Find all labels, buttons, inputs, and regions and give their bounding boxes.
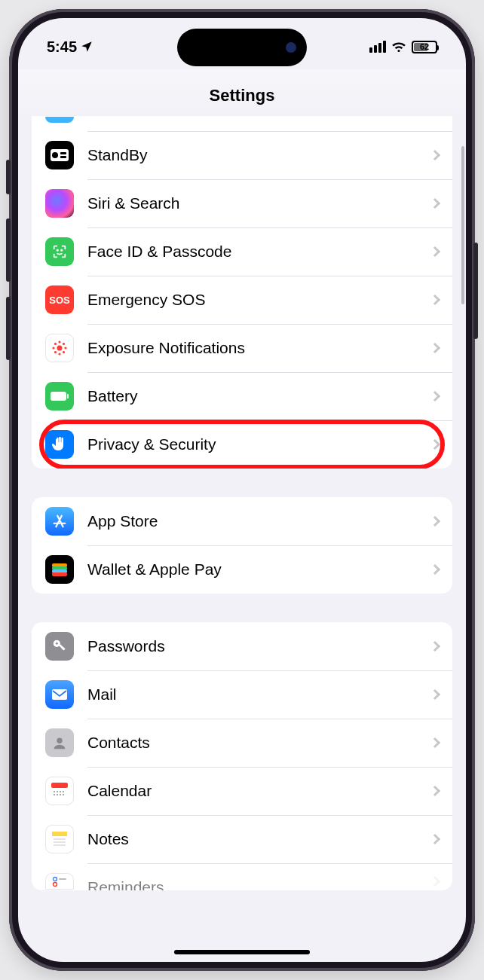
svg-point-4 — [57, 249, 58, 250]
chevron-right-icon — [430, 150, 440, 160]
power-button — [473, 243, 478, 339]
settings-row-appstore[interactable]: App Store — [32, 497, 452, 545]
chevron-right-icon — [430, 391, 440, 401]
settings-row-notes[interactable]: Notes — [32, 815, 452, 863]
row-label: Mail — [87, 685, 418, 704]
svg-point-34 — [60, 794, 61, 795]
svg-point-31 — [63, 791, 64, 792]
settings-row-partial[interactable] — [32, 116, 452, 131]
row-label: Siri & Search — [87, 194, 418, 212]
mail-icon — [45, 680, 74, 709]
chevron-right-icon — [430, 246, 440, 257]
svg-point-42 — [54, 883, 57, 887]
svg-point-11 — [55, 343, 57, 345]
privacy-hand-icon — [45, 430, 74, 459]
svg-rect-25 — [52, 689, 67, 700]
settings-row-passwords[interactable]: Passwords — [32, 622, 452, 670]
key-icon — [45, 632, 74, 661]
battery-level: 62 — [420, 42, 429, 51]
scrollbar[interactable] — [461, 146, 464, 304]
svg-point-35 — [63, 794, 64, 795]
location-icon — [80, 40, 93, 53]
siri-icon — [45, 189, 74, 218]
row-label: Calendar — [87, 782, 418, 800]
dynamic-island — [177, 29, 307, 66]
settings-row-battery[interactable]: Battery — [32, 372, 452, 420]
svg-rect-3 — [60, 156, 66, 158]
battery-icon: 62 — [412, 41, 437, 53]
row-label: Battery — [87, 387, 418, 405]
battery-icon — [45, 382, 74, 411]
row-label: Contacts — [87, 734, 418, 752]
volume-down-button — [6, 297, 11, 360]
settings-row-faceid[interactable]: Face ID & Passcode — [32, 227, 452, 276]
notes-icon — [45, 825, 74, 853]
cellular-signal-icon — [369, 41, 386, 53]
settings-row-privacy[interactable]: Privacy & Security — [32, 420, 452, 469]
chevron-right-icon — [430, 689, 440, 700]
svg-point-29 — [57, 791, 58, 792]
svg-point-40 — [54, 878, 57, 881]
row-label: Passwords — [87, 637, 418, 655]
row-label: App Store — [87, 512, 418, 530]
page-title: Settings — [18, 69, 466, 116]
settings-row-contacts[interactable]: Contacts — [32, 719, 452, 767]
svg-rect-2 — [60, 152, 66, 154]
wallet-icon — [45, 555, 74, 584]
svg-point-32 — [54, 794, 55, 795]
svg-point-6 — [57, 346, 63, 351]
status-time: 5:45 — [47, 38, 77, 56]
chevron-right-icon — [430, 439, 440, 450]
home-indicator[interactable] — [174, 950, 310, 954]
chevron-right-icon — [430, 564, 440, 575]
svg-point-9 — [53, 347, 54, 349]
volume-up-button — [6, 218, 11, 282]
svg-point-30 — [60, 791, 61, 792]
partial-icon — [45, 117, 74, 123]
svg-point-13 — [55, 352, 57, 353]
chevron-right-icon — [430, 876, 440, 887]
row-label: Notes — [87, 830, 418, 848]
settings-row-mail[interactable]: Mail — [32, 670, 452, 719]
row-label: Privacy & Security — [87, 435, 418, 453]
svg-point-28 — [54, 791, 55, 792]
settings-list[interactable]: StandBy Siri & Search Face ID & Passcode — [18, 116, 466, 938]
side-button — [6, 160, 11, 194]
settings-row-exposure[interactable]: Exposure Notifications — [32, 324, 452, 372]
svg-point-14 — [63, 352, 65, 353]
svg-rect-16 — [67, 394, 69, 398]
row-label: Reminders — [87, 878, 418, 890]
chevron-right-icon — [430, 737, 440, 748]
settings-section: App Store Wallet & Apple Pay — [32, 497, 452, 594]
svg-point-22 — [56, 643, 58, 645]
settings-row-siri[interactable]: Siri & Search — [32, 179, 452, 227]
row-label: Wallet & Apple Pay — [87, 560, 418, 579]
chevron-right-icon — [430, 198, 440, 209]
settings-section: StandBy Siri & Search Face ID & Passcode — [32, 116, 452, 469]
row-label: Emergency SOS — [87, 291, 418, 309]
settings-row-calendar[interactable]: Calendar — [32, 767, 452, 815]
chevron-right-icon — [430, 295, 440, 305]
row-label: StandBy — [87, 146, 418, 164]
svg-rect-27 — [51, 783, 68, 788]
svg-point-12 — [63, 343, 65, 345]
screen: 5:45 62 Settings — [18, 18, 466, 962]
phone-frame: 5:45 62 Settings — [9, 9, 475, 971]
row-label: Face ID & Passcode — [87, 243, 418, 261]
reminders-icon — [45, 873, 74, 890]
svg-rect-20 — [52, 572, 67, 576]
settings-row-sos[interactable]: SOS Emergency SOS — [32, 276, 452, 324]
appstore-icon — [45, 507, 74, 536]
settings-row-reminders[interactable]: Reminders — [32, 863, 452, 890]
svg-rect-15 — [51, 392, 66, 401]
settings-row-standby[interactable]: StandBy — [32, 131, 452, 179]
chevron-right-icon — [430, 516, 440, 527]
chevron-right-icon — [430, 641, 440, 652]
svg-rect-41 — [59, 878, 66, 880]
chevron-right-icon — [430, 834, 440, 844]
svg-point-7 — [59, 341, 60, 343]
wifi-icon — [391, 41, 407, 53]
settings-section: Passwords Mail Contacts — [32, 622, 452, 890]
settings-row-wallet[interactable]: Wallet & Apple Pay — [32, 545, 452, 594]
chevron-right-icon — [430, 786, 440, 796]
